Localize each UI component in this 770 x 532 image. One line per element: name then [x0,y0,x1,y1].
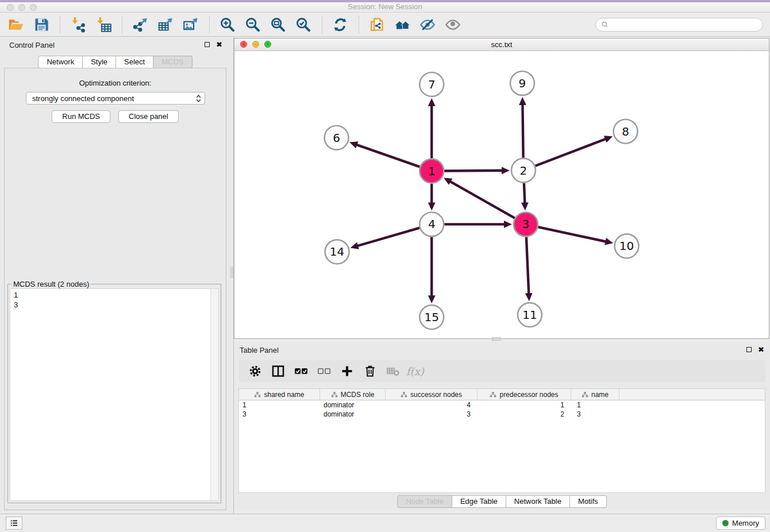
tab-mcds[interactable]: MCDS [153,56,192,68]
refresh-button[interactable] [330,16,351,34]
import-network-button[interactable] [68,16,88,34]
graph-edge-1-2[interactable] [444,167,510,174]
graph-node-7[interactable]: 7 [419,72,444,97]
table-cell[interactable]: 2 [478,410,571,419]
close-table-panel-icon[interactable]: ✖ [758,346,764,353]
graph-edge-1-6[interactable] [349,141,419,167]
graph-edge-2-3[interactable] [521,183,529,211]
show-all-button[interactable] [442,16,463,34]
deselect-columns-button[interactable] [314,363,334,380]
graph-edge-3-1[interactable] [444,178,515,218]
zoom-window-button[interactable] [30,4,37,11]
graph-node-8[interactable]: 8 [614,119,638,144]
graph-edge-2-9[interactable] [519,97,526,158]
graph-node-3[interactable]: 3 [514,212,538,236]
zoom-selected-button[interactable] [293,16,314,34]
graph-edge-1-4[interactable] [428,184,436,211]
column-header-predecessor-nodes[interactable]: predecessor nodes [478,389,571,400]
export-image-button[interactable] [180,16,201,34]
graph-edge-3-11[interactable] [525,237,533,301]
tab-network-table[interactable]: Network Table [506,495,570,508]
network-graph[interactable]: 7968124314101511 [234,51,769,338]
table-cell[interactable]: 3 [571,410,619,419]
graph-node-2[interactable]: 2 [511,159,536,183]
graph-node-1[interactable]: 1 [419,159,444,183]
delete-column-button[interactable] [360,363,380,380]
network-canvas[interactable]: 7968124314101511 [234,51,769,338]
horizontal-splitter-handle[interactable] [492,337,501,341]
search-box[interactable] [595,18,763,32]
table-cell[interactable]: 1 [239,400,320,410]
mcds-result-textarea[interactable]: 1 3 [10,288,219,501]
network-zoom-button[interactable]: + [264,41,271,48]
graph-node-9[interactable]: 9 [510,71,534,95]
graph-edge-3-10[interactable] [538,227,613,245]
export-table-icon [157,17,174,33]
column-header-MCDS-role[interactable]: MCDS role [320,389,386,400]
float-panel-icon[interactable] [205,42,210,47]
tab-select[interactable]: Select [116,56,153,68]
hide-selected-button[interactable] [417,16,438,34]
table-cell[interactable]: dominator [320,400,386,410]
graph-node-15[interactable]: 15 [419,305,444,329]
graph-edge-4-14[interactable] [351,228,420,249]
column-header-shared-name[interactable]: shared name [239,389,320,400]
tab-network[interactable]: Network [38,56,83,68]
network-minimize-button[interactable]: − [252,41,259,48]
graph-node-10[interactable]: 10 [615,234,639,258]
graph-edge-4-15[interactable] [428,237,436,303]
table-row[interactable]: 1dominator411 [239,400,765,410]
export-image-icon [183,17,199,33]
close-panel-button[interactable]: Close panel [118,110,179,123]
tab-node-table[interactable]: Node Table [397,495,452,508]
zoom-in-button[interactable] [217,16,238,34]
table-cell[interactable]: 1 [478,400,571,410]
save-session-button[interactable] [31,16,52,34]
status-bar: Memory [0,514,770,532]
table-cell[interactable]: 4 [386,400,478,410]
graph-edge-4-3[interactable] [444,221,512,228]
table-cell[interactable]: 1 [571,400,619,410]
import-table-button[interactable] [93,16,114,34]
create-column-button[interactable] [337,363,357,380]
tab-motifs[interactable]: Motifs [570,495,607,508]
task-history-button[interactable] [6,516,22,530]
close-window-button[interactable] [7,4,14,11]
network-close-button[interactable]: × [240,41,247,48]
graph-edge-2-8[interactable] [535,136,613,165]
table-cell[interactable]: 3 [386,410,478,419]
export-network-button[interactable] [130,16,151,34]
graph-node-6[interactable]: 6 [325,126,349,150]
float-table-panel-icon[interactable] [746,347,752,352]
run-mcds-button[interactable]: Run MCDS [52,110,110,123]
tab-style[interactable]: Style [83,56,116,68]
memory-button[interactable]: Memory [716,516,765,530]
graph-node-4[interactable]: 4 [419,212,444,236]
result-scrollbar[interactable] [210,289,218,500]
search-input[interactable] [612,20,757,30]
column-header-name[interactable]: name [571,389,619,400]
close-panel-icon[interactable]: ✖ [216,41,222,48]
home-views-button[interactable] [392,16,413,34]
export-network-icon [132,17,148,33]
optimization-criterion-select[interactable]: strongly connected component [26,92,205,105]
export-table-button[interactable] [155,16,176,34]
split-columns-button[interactable] [268,363,288,380]
clone-network-icon [369,17,385,33]
tab-edge-table[interactable]: Edge Table [452,495,506,508]
zoom-out-button[interactable] [242,16,263,34]
zoom-fit-button[interactable] [268,16,288,34]
open-session-button[interactable] [6,16,26,34]
graph-edge-1-7[interactable] [428,98,436,159]
minimize-window-button[interactable] [18,4,25,11]
select-columns-button[interactable] [291,363,311,380]
table-cell[interactable]: dominator [320,410,386,419]
graph-node-11[interactable]: 11 [518,303,542,327]
splitter-handle[interactable] [230,267,233,278]
table-cell[interactable]: 3 [239,410,320,419]
table-row[interactable]: 3dominator323 [239,410,765,419]
clone-network-button[interactable] [367,16,387,34]
graph-node-14[interactable]: 14 [325,240,349,264]
column-header-successor-nodes[interactable]: successor nodes [386,389,478,400]
table-settings-button[interactable] [245,363,265,380]
